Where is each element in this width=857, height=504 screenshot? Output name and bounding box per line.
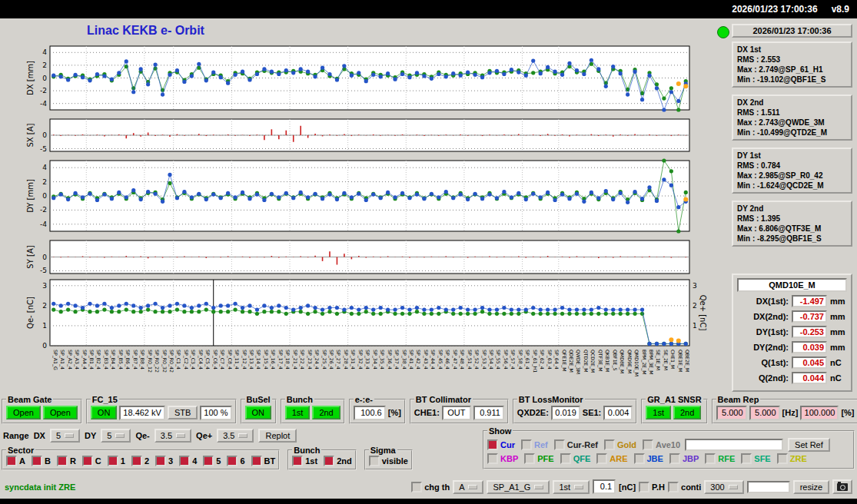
bunch-checkbox-2nd[interactable]: 2nd: [324, 456, 352, 466]
range-qem-value: 3.5: [161, 431, 172, 440]
replot-button[interactable]: Replot: [258, 429, 297, 443]
svg-text:QMD8E_M: QMD8E_M: [619, 350, 625, 373]
bunch-1st-button[interactable]: 1st: [285, 406, 311, 419]
svg-text:4: 4: [42, 48, 47, 56]
show-checkbox-ave10[interactable]: Ave10: [643, 439, 680, 450]
beam-rep-duty-field[interactable]: 100.000: [800, 406, 839, 420]
control-row-1: Beam Gate Open Open FC_15 ON 18.462 kV S…: [2, 395, 855, 424]
show-checkbox-zre[interactable]: ZRE: [777, 453, 807, 464]
stat-group-title: DX 2nd: [737, 98, 847, 108]
range-dx-select[interactable]: 5: [50, 429, 80, 443]
checkbox-label: Cur-Ref: [567, 440, 598, 449]
svg-text:SP_B6_4: SP_B6_4: [125, 350, 131, 370]
show-checkbox-kbp[interactable]: KBP: [487, 453, 518, 464]
beam-rep-2-field[interactable]: 5.000: [749, 406, 780, 420]
fc15-kv-field[interactable]: 18.462 kV: [119, 406, 165, 420]
range-dy-select[interactable]: 5: [101, 429, 131, 443]
svg-text:SP_C2_4: SP_C2_4: [183, 350, 189, 370]
chg-th-checkbox[interactable]: chg th: [411, 482, 450, 492]
checkbox-indicator: [251, 456, 262, 466]
gr-a1-1st-button[interactable]: 1st: [646, 406, 671, 419]
bunch-number-select[interactable]: 1st: [553, 480, 590, 494]
beam-gate-open2-button[interactable]: Open: [43, 406, 78, 419]
show-checkbox-cur-ref[interactable]: Cur-Ref: [554, 439, 598, 450]
beam-gate-open1-button[interactable]: Open: [6, 406, 41, 419]
dropdown-indicator: [729, 485, 738, 489]
ee-ratio-field[interactable]: 100.6: [354, 406, 386, 420]
set-ref-button[interactable]: Set Ref: [788, 438, 830, 452]
sector-checkbox-3[interactable]: 3: [155, 456, 173, 466]
range-qem-select[interactable]: 3.5: [154, 429, 191, 443]
show-checkbox-sfe[interactable]: SFE: [741, 453, 770, 464]
sigma-checkbox-visible[interactable]: visible: [369, 456, 408, 466]
bunch-2nd-button[interactable]: 2nd: [312, 406, 340, 419]
sector-checkbox-bt[interactable]: BT: [251, 456, 276, 466]
sector-checkbox-5[interactable]: 5: [203, 456, 221, 466]
fc15-on-button[interactable]: ON: [91, 406, 118, 419]
checkbox-label: 1st: [305, 456, 317, 466]
control-row-3: Sector ABRC123456BT Bunch 1st2nd Sigma v…: [2, 446, 413, 470]
svg-text:SP_36_4: SP_36_4: [387, 350, 393, 370]
resize-button[interactable]: resize: [793, 480, 829, 494]
sector-checkbox-1[interactable]: 1: [108, 456, 125, 466]
statusbar-entry[interactable]: [747, 481, 790, 493]
show-checkbox-gold[interactable]: Gold: [604, 439, 636, 450]
che1-value-field[interactable]: OUT: [442, 406, 471, 420]
svg-text:SP_25_4: SP_25_4: [321, 350, 327, 370]
readout-row: Q(1st):0.045nC: [737, 356, 847, 369]
collimator-extra-field[interactable]: 0.911: [473, 406, 504, 420]
stat-group-dy-1st: DY 1stRMS : 0.784Max : 2.985@SP_R0_42Min…: [732, 148, 852, 194]
bpm-select[interactable]: SP_A1_G: [487, 480, 550, 494]
sector-checkbox-2[interactable]: 2: [131, 456, 149, 466]
range-qem-label: Qe-: [135, 431, 149, 440]
busel-on-button[interactable]: ON: [245, 406, 272, 419]
sector-checkbox-4[interactable]: 4: [179, 456, 197, 466]
show-checkbox-pfe[interactable]: PFE: [524, 453, 553, 464]
sector-checkbox-c[interactable]: C: [82, 456, 101, 466]
bpm-readout-title: QMD10E_M: [737, 278, 847, 292]
ref-entry[interactable]: [685, 439, 783, 451]
points-select-value: 300: [710, 482, 724, 492]
svg-text:SP_61_4: SP_61_4: [524, 350, 530, 370]
bunch-checkbox-1st[interactable]: 1st: [292, 456, 317, 466]
fc15-duty-field[interactable]: 100 %: [200, 406, 231, 420]
checkbox-label: R: [70, 456, 76, 466]
svg-text:BPM_3E_M: BPM_3E_M: [648, 350, 654, 375]
bunch-number-value: 1st: [559, 482, 570, 492]
show-checkbox-qfe[interactable]: QFE: [560, 453, 591, 464]
bpm-select-value: SP_A1_G: [493, 482, 530, 492]
sector-checkbox-r[interactable]: R: [57, 456, 76, 466]
sector-checkbox-a[interactable]: A: [6, 456, 25, 466]
show-checkbox-are[interactable]: ARE: [596, 453, 627, 464]
ph-checkbox[interactable]: P.H: [639, 482, 665, 492]
svg-text:SP_21_4: SP_21_4: [292, 350, 298, 370]
svg-text:SP_18_4: SP_18_4: [284, 350, 291, 370]
svg-text:SP_16_4: SP_16_4: [270, 350, 276, 370]
checkbox-indicator: [643, 439, 653, 450]
group-beam-rep-label: Beam Rep: [716, 395, 761, 404]
gr-a1-2nd-button[interactable]: 2nd: [673, 406, 701, 419]
svg-text:SP_R0_32: SP_R0_32: [161, 350, 168, 373]
group-bunch-select: Bunch 1st2nd: [287, 446, 356, 470]
points-select[interactable]: 300: [704, 480, 743, 494]
sector-checkbox-6[interactable]: 6: [227, 456, 244, 466]
se1-value-field[interactable]: 0.004: [603, 406, 633, 420]
svg-text:SP_64_4: SP_64_4: [553, 350, 560, 370]
beam-rep-1-field[interactable]: 5.000: [716, 406, 747, 420]
camera-icon: [837, 483, 848, 491]
show-checkbox-cur[interactable]: Cur: [487, 439, 515, 450]
show-checkbox-jbp[interactable]: JBP: [669, 453, 699, 464]
fc15-stb-button[interactable]: STB: [168, 406, 198, 419]
show-checkbox-jbe[interactable]: JBE: [634, 453, 663, 464]
unit-select[interactable]: A: [453, 480, 483, 494]
show-checkbox-rfe[interactable]: RFE: [705, 453, 735, 464]
sector-checkbox-b[interactable]: B: [32, 456, 51, 466]
svg-text:SP_38_4: SP_38_4: [401, 350, 407, 370]
show-checkbox-ref[interactable]: Ref: [521, 439, 548, 450]
snapshot-button[interactable]: [832, 479, 852, 494]
threshold-field[interactable]: 0.1: [593, 479, 616, 494]
stat-group-title: DX 1st: [737, 45, 847, 55]
range-qep-select[interactable]: 3.5: [217, 429, 254, 443]
qxd2e-value-field[interactable]: 0.019: [551, 406, 580, 420]
conti-checkbox[interactable]: conti: [668, 482, 701, 492]
